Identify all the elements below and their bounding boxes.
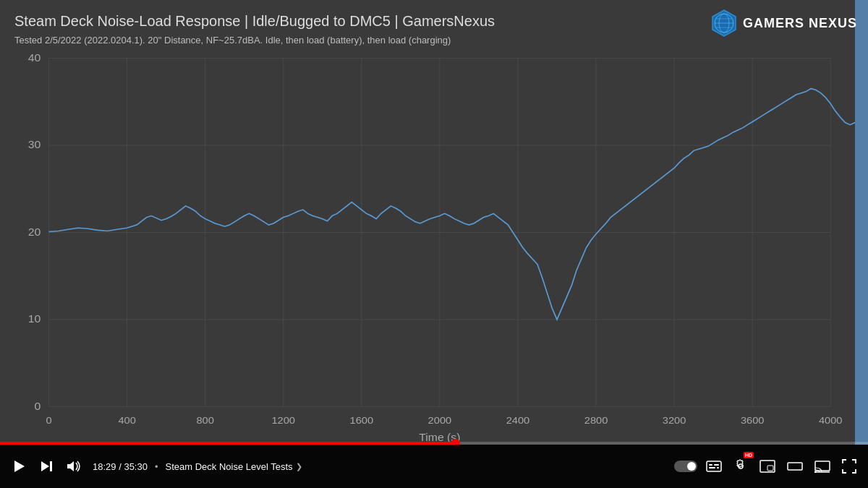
- gamers-nexus-logo-icon: [710, 9, 739, 38]
- volume-icon: [67, 460, 82, 473]
- chevron-right-icon: ❯: [296, 462, 302, 471]
- dot-separator: •: [155, 461, 158, 472]
- chart-title: Steam Deck Noise-Load Response | Idle/Bu…: [14, 13, 495, 30]
- svg-marker-41: [41, 461, 49, 471]
- fullscreen-button[interactable]: [839, 456, 859, 476]
- play-button[interactable]: [9, 456, 29, 476]
- svg-text:20: 20: [28, 226, 41, 237]
- current-time: 18:29: [93, 461, 116, 472]
- miniplayer-button[interactable]: [757, 457, 778, 476]
- hd-badge: HD: [744, 452, 754, 458]
- svg-marker-40: [14, 461, 25, 472]
- toggle-track: [674, 461, 697, 472]
- autoplay-toggle[interactable]: [674, 461, 697, 472]
- controls-bar: 18:29 / 35:30 • Steam Deck Noise Level T…: [0, 445, 868, 488]
- svg-point-55: [814, 471, 817, 474]
- chart-subtitle: Tested 2/5/2022 (2022.0204.1). 20" Dista…: [14, 35, 451, 46]
- svg-text:2400: 2400: [506, 414, 530, 425]
- svg-text:40: 40: [28, 51, 41, 63]
- theater-mode-button[interactable]: [784, 457, 806, 476]
- cast-button[interactable]: [812, 457, 833, 476]
- subtitles-icon: [706, 461, 722, 472]
- svg-text:3600: 3600: [741, 414, 765, 425]
- playlist-title-text: Steam Deck Noise Level Tests: [166, 461, 293, 472]
- svg-text:1200: 1200: [271, 414, 295, 425]
- total-time: 35:30: [124, 461, 148, 472]
- svg-text:10: 10: [28, 313, 41, 325]
- cast-icon: [814, 460, 830, 473]
- miniplayer-icon: [760, 460, 775, 473]
- svg-text:0: 0: [35, 400, 41, 411]
- svg-text:4000: 4000: [819, 414, 843, 425]
- chart-svg: 40 30 20 10 0 0 400 800 1200 1600 2000 2…: [0, 51, 855, 445]
- skip-next-button[interactable]: [36, 456, 56, 476]
- logo-area: GAMERS NEXUS: [710, 9, 857, 38]
- svg-text:400: 400: [118, 414, 136, 425]
- theater-mode-icon: [787, 460, 803, 473]
- chart-area: 40 30 20 10 0 0 400 800 1200 1600 2000 2…: [0, 51, 855, 445]
- svg-marker-43: [67, 461, 74, 471]
- svg-rect-45: [709, 464, 712, 466]
- play-icon: [12, 459, 26, 474]
- volume-button[interactable]: [64, 457, 85, 476]
- fullscreen-icon: [842, 459, 856, 474]
- logo-text: GAMERS NEXUS: [743, 16, 857, 31]
- svg-text:3200: 3200: [663, 414, 686, 425]
- svg-rect-44: [707, 461, 721, 471]
- svg-rect-53: [815, 461, 830, 471]
- svg-rect-42: [50, 461, 52, 471]
- skip-next-icon: [39, 459, 54, 474]
- svg-rect-52: [788, 463, 802, 470]
- time-display: 18:29 / 35:30: [93, 461, 148, 472]
- playlist-title-area[interactable]: Steam Deck Noise Level Tests ❯: [166, 461, 302, 472]
- controls-right: HD: [674, 456, 859, 476]
- video-player: Steam Deck Noise-Load Response | Idle/Bu…: [0, 0, 868, 488]
- svg-text:2800: 2800: [584, 414, 608, 425]
- right-sidebar-strip: [855, 0, 868, 445]
- svg-rect-47: [709, 467, 715, 468]
- svg-text:800: 800: [196, 414, 214, 425]
- svg-rect-46: [714, 464, 719, 466]
- svg-text:30: 30: [28, 139, 41, 150]
- svg-text:1600: 1600: [350, 414, 374, 425]
- toggle-thumb: [687, 462, 696, 471]
- settings-button[interactable]: HD: [731, 456, 751, 476]
- svg-text:2000: 2000: [428, 414, 452, 425]
- svg-rect-51: [767, 466, 773, 471]
- svg-rect-48: [717, 467, 719, 468]
- svg-text:0: 0: [46, 414, 51, 425]
- subtitles-button[interactable]: [703, 458, 725, 475]
- settings-icon: [733, 459, 748, 474]
